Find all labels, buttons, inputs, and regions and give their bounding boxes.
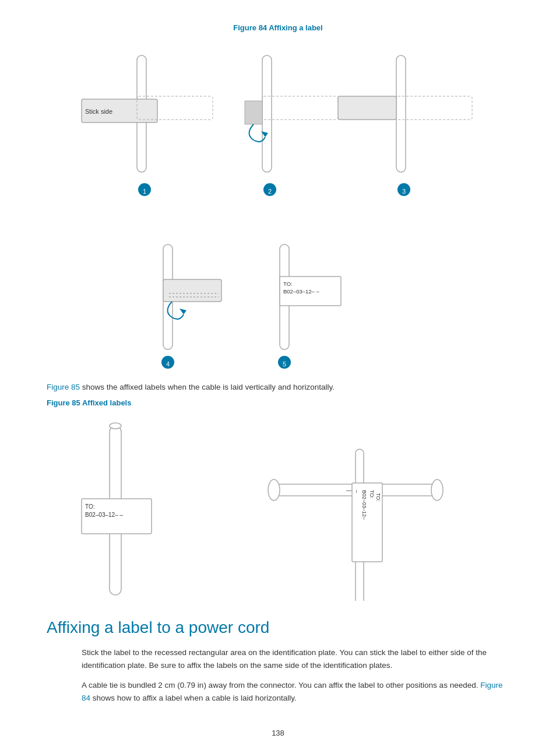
- svg-marker-8: [245, 101, 262, 124]
- figure84-diagram: Stick side 1 2 3: [47, 38, 509, 230]
- svg-text:TO:: TO:: [85, 503, 94, 510]
- body-para-2: A cable tie is bundled 2 cm (0.79 in) aw…: [47, 679, 509, 705]
- svg-text:5: 5: [283, 360, 286, 368]
- svg-text:2: 2: [268, 188, 272, 195]
- svg-point-36: [268, 480, 280, 501]
- svg-rect-14: [338, 96, 396, 120]
- svg-text:B02–03–12– –: B02–03–12– –: [85, 512, 124, 518]
- svg-point-31: [110, 423, 121, 429]
- figure84-diagram-row2: 4 TO: B02–03–12– – 5: [47, 233, 509, 379]
- svg-marker-21: [180, 309, 186, 314]
- svg-rect-7: [262, 96, 338, 120]
- figure85-diagram: TO: B02–03–12– – TO: TO: B02–03–12– – |: [47, 414, 509, 601]
- page-number: 138: [47, 729, 509, 737]
- svg-text:TO:: TO:: [283, 281, 293, 287]
- svg-point-37: [431, 480, 443, 501]
- svg-text:TO:: TO:: [375, 493, 381, 502]
- svg-text:–: –: [354, 490, 360, 493]
- body-para-1: Stick the label to the recessed rectangu…: [47, 646, 509, 673]
- svg-rect-18: [163, 279, 221, 302]
- figure85-title: Figure 85 Affixed labels: [47, 398, 509, 407]
- svg-rect-6: [262, 55, 272, 172]
- svg-rect-12: [396, 55, 406, 172]
- svg-text:3: 3: [402, 188, 406, 195]
- svg-text:Stick side: Stick side: [85, 108, 112, 115]
- svg-text:TO:: TO:: [369, 490, 375, 499]
- svg-text:1: 1: [143, 188, 146, 195]
- svg-text:4: 4: [166, 360, 170, 368]
- section-heading: Affixing a label to a power cord: [47, 618, 509, 637]
- svg-text:B02–03–12– –: B02–03–12– –: [283, 288, 320, 295]
- svg-text:B02–03–12–: B02–03–12–: [361, 490, 367, 520]
- figure85-link[interactable]: Figure 85: [47, 383, 80, 391]
- svg-text:|: |: [346, 490, 352, 491]
- figure85-intro: Figure 85 shows the affixed labels when …: [47, 381, 509, 394]
- figure84-title: Figure 84 Affixing a label: [47, 23, 509, 32]
- svg-rect-13: [396, 96, 472, 120]
